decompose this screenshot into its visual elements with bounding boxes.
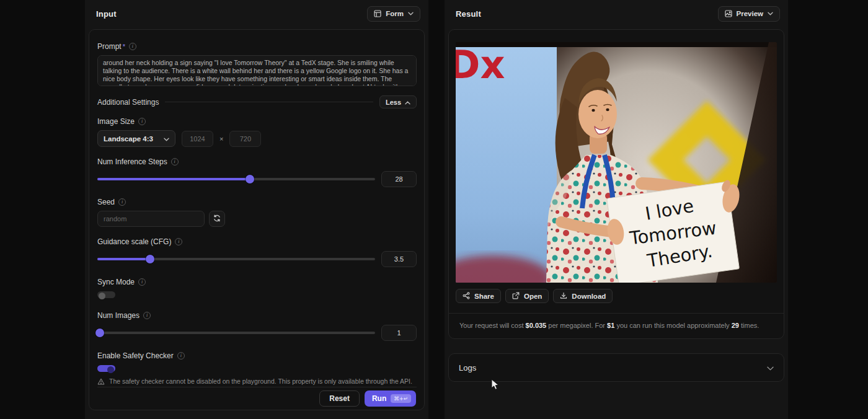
steps-slider[interactable] <box>97 171 375 187</box>
num-images-slider-thumb[interactable] <box>95 329 104 337</box>
prompt-label: Prompt <box>97 42 122 51</box>
image-size-selected: Landscape 4:3 <box>104 135 153 143</box>
steps-slider-thumb[interactable] <box>246 175 254 183</box>
info-icon[interactable]: i <box>138 278 146 286</box>
chevron-down-icon <box>768 12 773 15</box>
image-size-label-row: Image Size i <box>97 117 417 126</box>
chevron-down-icon <box>767 362 774 373</box>
image-width-input[interactable] <box>182 131 213 147</box>
info-icon[interactable]: i <box>143 312 151 319</box>
form-view-button[interactable]: Form <box>367 6 420 22</box>
info-icon[interactable]: i <box>138 118 146 125</box>
logs-panel[interactable]: Logs <box>448 353 784 382</box>
steps-value-input[interactable] <box>381 171 417 187</box>
steps-label-row: Num Inference Steps i <box>97 157 417 166</box>
input-form-card: Prompt* i around her neck holding a sign… <box>89 29 425 410</box>
cfg-slider[interactable] <box>97 251 375 267</box>
image-size-row: Landscape 4:3 × <box>97 130 417 147</box>
sync-mode-label-row: Sync Mode i <box>97 278 417 286</box>
info-icon[interactable]: i <box>129 43 136 50</box>
chevron-up-icon <box>405 99 410 106</box>
info-icon[interactable]: i <box>118 198 126 206</box>
run-shortcut-badge: ⌘+↵ <box>391 394 411 403</box>
form-footer: Reset Run ⌘+↵ <box>97 387 417 410</box>
input-panel: Input Form Prompt* i around her neck hol… <box>85 0 428 419</box>
generated-image-scene: Dx <box>456 42 777 283</box>
cost-note: Your request will cost $0.035 per megapi… <box>456 314 777 337</box>
num-images-label: Num Images <box>97 311 140 320</box>
backdrop-tedx-letters: Dx <box>456 42 505 87</box>
run-label: Run <box>372 394 386 403</box>
image-height-input[interactable] <box>229 131 261 147</box>
cfg-value-input[interactable] <box>381 251 417 267</box>
share-icon <box>463 292 470 301</box>
less-label: Less <box>386 99 401 106</box>
result-card: Dx <box>448 29 784 339</box>
cost-text: times. <box>739 322 759 329</box>
seed-row <box>97 211 417 227</box>
share-label: Share <box>474 293 494 300</box>
open-label: Open <box>524 293 542 300</box>
open-button[interactable]: Open <box>505 289 549 303</box>
info-icon[interactable]: i <box>175 238 182 245</box>
run-button[interactable]: Run ⌘+↵ <box>365 390 416 407</box>
cost-text: per megapixel. For <box>546 322 607 329</box>
required-asterisk: * <box>123 43 125 50</box>
seed-input[interactable] <box>97 211 205 227</box>
prompt-label-row: Prompt* i <box>97 42 417 51</box>
toggle-knob <box>99 293 105 299</box>
sync-mode-label: Sync Mode <box>97 278 135 286</box>
download-icon <box>560 292 567 301</box>
cost-price: $0.035 <box>526 322 547 329</box>
safety-label: Enable Safety Checker <box>97 351 174 360</box>
steps-slider-row <box>97 171 417 187</box>
reset-button[interactable]: Reset <box>319 390 360 407</box>
image-icon <box>725 10 732 17</box>
safety-warning-row: The safety checker cannot be disabled on… <box>97 377 417 387</box>
seed-label-row: Seed i <box>97 198 417 206</box>
form-view-label: Form <box>386 10 404 17</box>
additional-settings-label: Additional Settings <box>97 98 159 107</box>
refresh-icon <box>213 213 221 224</box>
num-images-value-input[interactable] <box>381 325 417 341</box>
cfg-slider-thumb[interactable] <box>146 255 154 263</box>
image-size-select[interactable]: Landscape 4:3 <box>97 130 175 147</box>
safety-warning-text: The safety checker cannot be disabled on… <box>109 377 412 386</box>
toggle-knob <box>107 366 114 373</box>
input-panel-title: Input <box>96 9 117 19</box>
info-icon[interactable]: i <box>171 158 179 165</box>
result-actions-row: Share Open Download <box>456 289 777 303</box>
safety-checker-toggle[interactable] <box>97 365 115 372</box>
form-icon <box>374 10 381 17</box>
info-icon[interactable]: i <box>177 352 185 359</box>
cfg-label-row: Guidance scale (CFG) i <box>97 237 417 246</box>
randomize-seed-button[interactable] <box>209 211 225 227</box>
cost-unit: $1 <box>607 322 614 329</box>
warning-triangle-icon <box>97 378 105 387</box>
generated-image[interactable]: Dx <box>456 42 777 283</box>
chevron-down-icon <box>408 12 414 15</box>
logs-title: Logs <box>459 363 476 373</box>
image-size-label: Image Size <box>97 117 135 126</box>
result-panel-header: Result Preview <box>445 0 788 27</box>
less-toggle-button[interactable]: Less <box>379 95 417 108</box>
sign-board: I love Tomorrow Theory. <box>607 182 740 283</box>
prompt-textarea[interactable]: around her neck holding a sign saying "I… <box>97 55 417 86</box>
download-button[interactable]: Download <box>553 289 613 303</box>
num-images-slider-row <box>97 325 417 341</box>
download-label: Download <box>572 293 606 300</box>
multiply-symbol: × <box>219 135 223 143</box>
preview-view-button[interactable]: Preview <box>718 6 780 22</box>
chevron-down-icon <box>164 135 169 143</box>
cfg-slider-row <box>97 251 417 267</box>
share-button[interactable]: Share <box>456 289 501 303</box>
sync-mode-toggle[interactable] <box>97 291 115 298</box>
input-panel-header: Input Form <box>85 0 428 27</box>
result-panel-title: Result <box>456 9 481 19</box>
divider <box>165 102 373 102</box>
cfg-label: Guidance scale (CFG) <box>97 237 171 246</box>
preview-view-label: Preview <box>737 10 763 17</box>
num-images-slider[interactable] <box>97 325 375 341</box>
external-link-icon <box>512 292 520 301</box>
safety-label-row: Enable Safety Checker i <box>97 351 417 360</box>
